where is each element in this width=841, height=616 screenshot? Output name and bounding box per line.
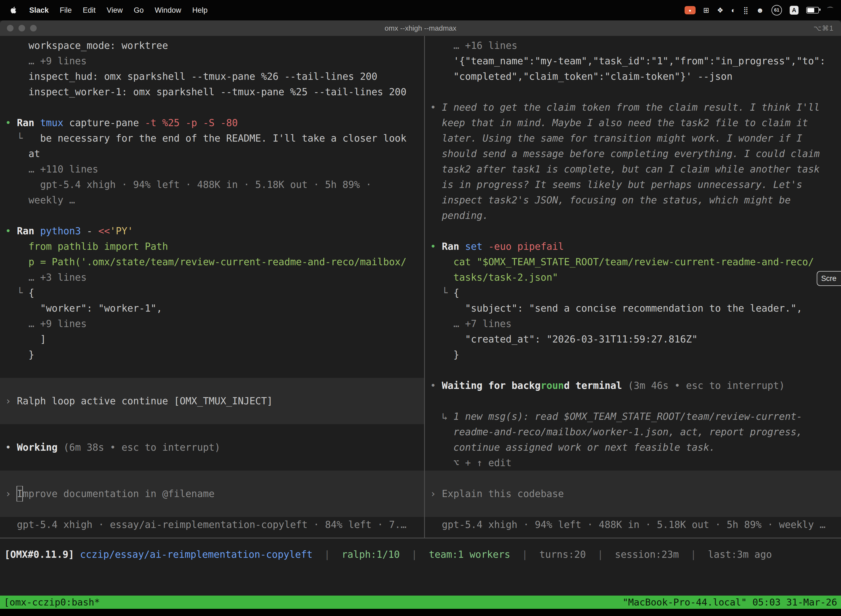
terminal-line: is in progress? It seems likely but perh… xyxy=(425,177,841,192)
terminal-line xyxy=(425,393,841,409)
menu-bar: Slack FileEditViewGoWindowHelp ●⊞❖◐⣿☻61A… xyxy=(0,0,841,21)
terminal-line: • Waiting for background terminal (3m 46… xyxy=(425,378,841,393)
wifi-icon[interactable]: ⌒ xyxy=(827,6,834,15)
terminal-line: gpt-5.4 xhigh · essay/ai-reimplementatio… xyxy=(0,517,424,532)
terminal-line: keep that in mind. Maybe I also need the… xyxy=(425,115,841,131)
ghost-icon[interactable]: ☻ xyxy=(756,6,764,15)
app-menu[interactable]: Slack xyxy=(24,6,54,15)
terminal-line: inspect_worker-1: omx sparkshell --tmux-… xyxy=(0,84,424,100)
left-pane[interactable]: workspace_mode: worktree … +9 lines insp… xyxy=(0,36,425,538)
menu-file[interactable]: File xyxy=(54,6,78,15)
terminal-line xyxy=(0,409,424,424)
terminal-line: later. Using the same for transition mig… xyxy=(425,131,841,146)
terminal-line xyxy=(0,424,424,440)
terminal-line: inspect task2's JSON, focusing on the st… xyxy=(425,192,841,208)
edge-notification-text: Scre xyxy=(821,274,837,283)
terminal-line: "worker": "worker-1", xyxy=(0,301,424,316)
screen-recording-indicator[interactable]: ● xyxy=(684,6,696,14)
moon-icon[interactable]: ◐ xyxy=(731,6,736,15)
tmux-status-bar: [omx-cczip0:bash* "MacBook-Pro-44.local"… xyxy=(0,595,841,609)
terminal-line: › Improve documentation in @filename xyxy=(0,486,424,502)
terminal-line: weekly … xyxy=(0,192,424,208)
terminal-line xyxy=(425,223,841,239)
terminal-line: › Explain this codebase xyxy=(425,486,841,502)
terminal-line: p = Path('.omx/state/team/review-current… xyxy=(0,254,424,270)
menu-bar-status-icons: ●⊞❖◐⣿☻61A⌒ xyxy=(684,5,841,15)
terminal-line: • Ran tmux capture-pane -t %25 -p -S -80 xyxy=(0,115,424,131)
right-pane[interactable]: … +16 lines '{"team_name":"my-team","tas… xyxy=(425,36,841,538)
menu-go[interactable]: Go xyxy=(128,6,149,15)
terminal-line xyxy=(425,502,841,517)
terminal-line: should send a message before completing … xyxy=(425,146,841,161)
terminal: workspace_mode: worktree … +9 lines insp… xyxy=(0,36,841,538)
terminal-line xyxy=(0,362,424,378)
terminal-line: } xyxy=(425,347,841,362)
terminal-line xyxy=(0,502,424,517)
window-title-bar: omx --xhigh --madmax ⌥⌘1 xyxy=(0,21,841,36)
terminal-line: ⌥ + ↑ edit xyxy=(425,455,841,471)
terminal-line: task2 after task1 is complete, but can I… xyxy=(425,161,841,177)
terminal-line xyxy=(0,455,424,471)
app-grid-icon[interactable]: ⣿ xyxy=(743,6,749,15)
window-grid-icon[interactable]: ⊞ xyxy=(703,6,709,15)
edge-notification[interactable]: Scre xyxy=(817,271,841,286)
terminal-line: tasks/task-2.json" xyxy=(425,270,841,285)
terminal-line: › Ralph loop active continue [OMX_TMUX_I… xyxy=(0,393,424,409)
battery-percent-badge[interactable]: 61 xyxy=(771,5,782,15)
terminal-line: … +9 lines xyxy=(0,53,424,69)
input-source-icon[interactable]: A xyxy=(790,6,799,15)
screen: Slack FileEditViewGoWindowHelp ●⊞❖◐⣿☻61A… xyxy=(0,0,841,616)
terminal-line: • I need to get the claim token from the… xyxy=(425,100,841,115)
menu-window[interactable]: Window xyxy=(149,6,187,15)
battery-icon[interactable] xyxy=(806,7,819,13)
menu-help[interactable]: Help xyxy=(187,6,213,15)
terminal-line: pending. xyxy=(425,208,841,223)
window-shortcut-hint: ⌥⌘1 xyxy=(813,21,834,36)
menu-items: FileEditViewGoWindowHelp xyxy=(54,6,213,15)
terminal-line: gpt-5.4 xhigh · 94% left · 488K in · 5.1… xyxy=(425,517,841,532)
terminal-line: from pathlib import Path xyxy=(0,239,424,254)
omx-status-line: [OMX#0.11.9] cczip/essay/ai-reimplementa… xyxy=(0,547,841,562)
terminal-line: "subject": "send a concise recommendatio… xyxy=(425,301,841,316)
terminal-line: … +16 lines xyxy=(425,38,841,53)
terminal-line: … +3 lines xyxy=(0,270,424,285)
terminal-line: cat "$OMX_TEAM_STATE_ROOT/team/review-cu… xyxy=(425,254,841,270)
terminal-line: continue assigned work or next feasible … xyxy=(425,440,841,455)
terminal-line: workspace_mode: worktree xyxy=(0,38,424,53)
terminal-line: └ { xyxy=(0,285,424,301)
terminal-line: "completed","claim_token":"claim-token"}… xyxy=(425,69,841,84)
tmux-host-clock: "MacBook-Pro-44.local" 05:03 31-Mar-26 xyxy=(623,597,837,608)
terminal-line: readme-and-reco/mailbox/worker-1.json, a… xyxy=(425,424,841,440)
tmux-session-label: [omx-cczip0:bash* xyxy=(4,597,100,608)
menu-view[interactable]: View xyxy=(101,6,128,15)
terminal-line: '{"team_name":"my-team","task_id":"1","f… xyxy=(425,53,841,69)
terminal-line xyxy=(425,84,841,100)
terminal-line: └ { xyxy=(425,285,841,301)
terminal-line: ] xyxy=(0,331,424,347)
terminal-line: at xyxy=(0,146,424,161)
terminal-line xyxy=(425,362,841,378)
terminal-line: • Ran set -euo pipefail xyxy=(425,239,841,254)
menu-edit[interactable]: Edit xyxy=(77,6,101,15)
terminal-line: … +110 lines xyxy=(0,161,424,177)
terminal-line xyxy=(0,100,424,115)
terminal-line: } xyxy=(0,347,424,362)
terminal-line: … +7 lines xyxy=(425,316,841,331)
spark-icon[interactable]: ❖ xyxy=(717,6,724,15)
terminal-line: "created_at": "2026-03-31T11:59:27.816Z" xyxy=(425,331,841,347)
terminal-line: gpt-5.4 xhigh · 94% left · 488K in · 5.1… xyxy=(0,177,424,192)
terminal-line: inspect_hud: omx sparkshell --tmux-pane … xyxy=(0,69,424,84)
terminal-line xyxy=(0,378,424,393)
terminal-line xyxy=(0,471,424,486)
window-title: omx --xhigh --madmax xyxy=(0,21,841,36)
terminal-line xyxy=(0,208,424,223)
terminal-line: … +9 lines xyxy=(0,316,424,331)
terminal-line xyxy=(425,471,841,486)
terminal-line: ↳ 1 new msg(s): read $OMX_TEAM_STATE_ROO… xyxy=(425,409,841,424)
apple-menu-icon[interactable] xyxy=(0,6,24,14)
terminal-line: └ be necessary for the end of the README… xyxy=(0,131,424,146)
omx-status-area: [OMX#0.11.9] cczip/essay/ai-reimplementa… xyxy=(0,538,841,595)
terminal-line: • Ran python3 - <<'PY' xyxy=(0,223,424,239)
terminal-line: • Working (6m 38s • esc to interrupt) xyxy=(0,440,424,455)
bottom-strip xyxy=(0,609,841,616)
